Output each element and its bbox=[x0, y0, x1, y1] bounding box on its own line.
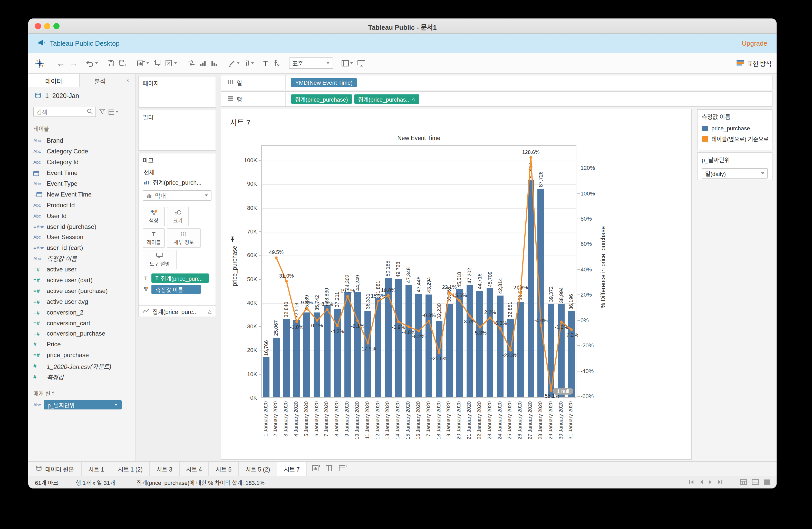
field-item[interactable]: #Price bbox=[28, 339, 135, 350]
duplicate-sheet-button[interactable] bbox=[151, 56, 163, 70]
size-button[interactable]: 크기 bbox=[167, 207, 189, 226]
datasource-tab[interactable]: 데이터 원본 bbox=[28, 462, 82, 476]
parameter-value-dropdown[interactable]: 일(daily) bbox=[702, 168, 768, 179]
null-indicator[interactable]: 1 null bbox=[553, 388, 573, 395]
label-shelf-pill[interactable]: T집계(price_purc.. bbox=[151, 274, 209, 283]
field-item[interactable]: AbcCategory Id bbox=[28, 157, 135, 168]
collapse-pane-button[interactable]: ‹ bbox=[121, 74, 135, 87]
first-sheet-button[interactable] bbox=[689, 479, 694, 485]
new-dashboard-button[interactable] bbox=[325, 464, 335, 474]
field-item[interactable]: =#active user avg bbox=[28, 296, 135, 307]
field-item[interactable]: =#conversion_purchase bbox=[28, 328, 135, 339]
field-item[interactable]: AbcUser Session bbox=[28, 232, 135, 243]
view-options-icon[interactable] bbox=[108, 109, 119, 115]
left-axis-title[interactable]: price_purchase bbox=[231, 246, 238, 286]
show-sheet-view-icon[interactable] bbox=[764, 479, 770, 486]
sheet-tab[interactable]: 시트 3 bbox=[150, 462, 180, 476]
field-item[interactable]: AbcProduct Id bbox=[28, 200, 135, 211]
clear-sheet-button[interactable] bbox=[163, 56, 179, 70]
legend-entry[interactable]: 테이블(옆으로) 기준으로 .. bbox=[698, 133, 772, 144]
fit-selector[interactable]: 표준 bbox=[289, 57, 333, 69]
axis-pin-icon[interactable] bbox=[229, 236, 236, 245]
field-item[interactable]: Abc측정값 이름 bbox=[28, 253, 135, 264]
sheet-title[interactable]: 시트 7 bbox=[230, 116, 250, 127]
field-item[interactable]: =#conversion_cart bbox=[28, 318, 135, 328]
legend-entry[interactable]: price_purchase bbox=[698, 123, 772, 133]
marks-line-measure-tab[interactable]: 집계(price_purc.. △ bbox=[139, 305, 216, 317]
search-input[interactable]: 검색 bbox=[33, 107, 96, 117]
highlight-button[interactable] bbox=[226, 56, 242, 70]
rows-shelf[interactable]: 행 집계(price_purchase)집계(price_purchas..△ bbox=[221, 91, 772, 107]
measure-names-legend-card[interactable]: 측정값 이름 price_purchase테이블(옆으로) 기준으로 .. bbox=[697, 109, 772, 150]
back-button[interactable]: ← bbox=[54, 56, 67, 70]
marks-bar-measure-tab[interactable]: 집계(price_purch... bbox=[139, 177, 216, 187]
field-item[interactable]: AbcCategory Code bbox=[28, 146, 135, 157]
swap-rows-columns-button[interactable] bbox=[185, 56, 198, 70]
tooltip-button[interactable]: 도구 설명 bbox=[143, 250, 177, 269]
field-item[interactable]: AbcBrand bbox=[28, 135, 135, 146]
mark-type-dropdown[interactable]: 막대 bbox=[143, 190, 212, 201]
field-item[interactable]: =#conversion_2 bbox=[28, 307, 135, 318]
datasource-item[interactable]: 1_2020-Jan bbox=[28, 89, 135, 103]
next-sheet-button[interactable] bbox=[708, 479, 712, 485]
field-item[interactable]: Event Time bbox=[28, 167, 135, 178]
rows-pill[interactable]: 집계(price_purchase) bbox=[291, 94, 352, 104]
new-worksheet-tab-button[interactable] bbox=[312, 464, 321, 474]
rows-pill[interactable]: 집계(price_purchas..△ bbox=[354, 94, 419, 104]
field-item[interactable]: #측정값 bbox=[28, 371, 135, 382]
marks-all-tab[interactable]: 전체 bbox=[139, 167, 216, 177]
tab-data[interactable]: 데이터 bbox=[28, 74, 79, 87]
field-item[interactable]: AbcUser Id bbox=[28, 210, 135, 221]
last-sheet-button[interactable] bbox=[717, 479, 723, 485]
field-item[interactable]: =#active user (purchase) bbox=[28, 285, 135, 296]
sort-ascending-button[interactable] bbox=[198, 56, 209, 70]
new-datasource-button[interactable] bbox=[117, 56, 129, 70]
show-tabs-view-icon[interactable] bbox=[740, 479, 747, 486]
tableau-logo-icon[interactable] bbox=[33, 56, 46, 70]
filter-fields-icon[interactable] bbox=[99, 107, 105, 116]
show-filmstrip-view-icon[interactable] bbox=[752, 479, 759, 486]
sheet-tab[interactable]: 시트 4 bbox=[179, 462, 209, 476]
field-item[interactable]: =#active user bbox=[28, 264, 135, 275]
sort-descending-button[interactable] bbox=[209, 56, 220, 70]
columns-shelf[interactable]: 열 YMD(New Event Time) bbox=[221, 75, 772, 90]
right-axis-title[interactable]: % Difference in price_purchase bbox=[600, 226, 606, 308]
parameter-pill[interactable]: p_날짜단위 bbox=[43, 400, 121, 409]
presentation-mode-button[interactable] bbox=[355, 56, 367, 70]
detail-button[interactable]: 세부 정보 bbox=[167, 228, 201, 248]
sheet-tab[interactable]: 시트 1 bbox=[82, 462, 111, 476]
field-item[interactable]: =Abcuser id (purchase) bbox=[28, 221, 135, 232]
sheet-tab[interactable]: 시트 7 bbox=[277, 462, 307, 476]
plot-area[interactable]: 1 null 16,76625,06732,84032,51335,68935,… bbox=[261, 145, 576, 398]
field-item[interactable]: #1_2020-Jan.csv(카운트) bbox=[28, 361, 135, 371]
parameter-control-card[interactable]: p_날짜단위 일(daily) bbox=[697, 152, 772, 180]
color-button[interactable]: 색상 bbox=[143, 207, 165, 226]
show-mark-labels-button[interactable]: T bbox=[261, 56, 270, 70]
previous-sheet-button[interactable] bbox=[699, 479, 703, 485]
field-item[interactable]: =#price_purchase bbox=[28, 350, 135, 361]
field-item[interactable]: =New Event Time bbox=[28, 189, 135, 200]
annotation-button[interactable] bbox=[242, 56, 256, 70]
sheet-tab[interactable]: 시트 5 (2) bbox=[239, 462, 277, 476]
color-shelf-pill[interactable]: 측정값 이름 bbox=[151, 285, 201, 294]
tab-analytics[interactable]: 분석 bbox=[79, 74, 121, 87]
pages-card[interactable]: 페이지 bbox=[138, 76, 216, 108]
filters-card[interactable]: 필터 bbox=[138, 110, 216, 151]
field-item[interactable]: =Abcuser_id (cart) bbox=[28, 243, 135, 253]
field-item[interactable]: =#active user (cart) bbox=[28, 275, 135, 285]
show-axes-button[interactable] bbox=[339, 56, 355, 70]
sheet-tab[interactable]: 시트 1 (2) bbox=[111, 462, 150, 476]
undo-redo-button[interactable] bbox=[83, 56, 100, 70]
sheet-tab[interactable]: 시트 5 bbox=[209, 462, 239, 476]
fix-axes-button[interactable] bbox=[270, 56, 281, 70]
columns-pill[interactable]: YMD(New Event Time) bbox=[291, 78, 357, 87]
save-button[interactable] bbox=[105, 56, 117, 70]
field-item[interactable]: AbcEvent Type bbox=[28, 178, 135, 189]
text-field-icon: Abc bbox=[33, 160, 47, 165]
new-story-button[interactable] bbox=[339, 464, 348, 474]
forward-button[interactable]: → bbox=[67, 56, 80, 70]
new-worksheet-button[interactable] bbox=[135, 56, 151, 70]
upgrade-link[interactable]: Upgrade bbox=[742, 40, 767, 47]
show-me-button[interactable]: 표현 방식 bbox=[736, 58, 771, 68]
label-button[interactable]: T레이블 bbox=[143, 228, 165, 248]
